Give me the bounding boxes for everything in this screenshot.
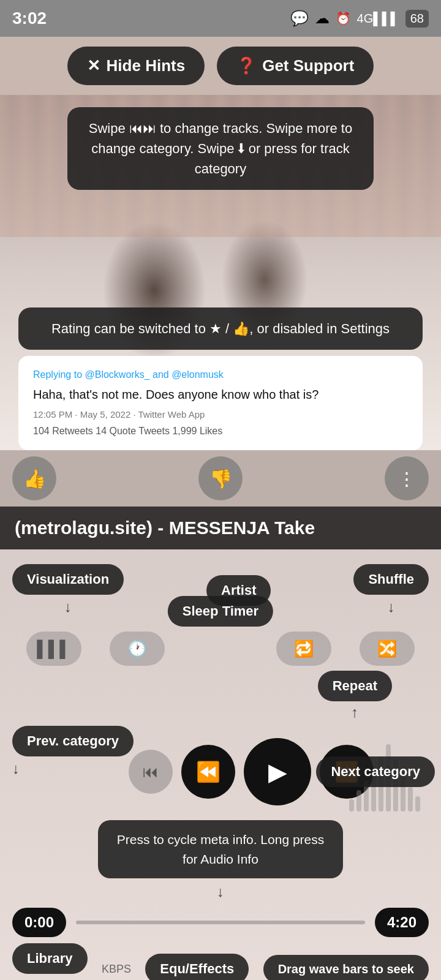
prev-cat-arrow: ↓ <box>12 760 20 777</box>
wave-bar-9 <box>408 787 413 812</box>
spacer <box>193 631 248 666</box>
whatsapp-icon: 💬 <box>290 10 309 27</box>
status-bar: 3:02 💬 ☁ ⏰ 4G▌▌▌ 68 <box>0 0 441 37</box>
tweet-timestamp: 12:05 PM · May 5, 2022 · Twitter Web App <box>33 408 408 421</box>
shuffle-icon: 🔀 <box>377 639 397 658</box>
hide-hints-button[interactable]: ✕ Hide Hints <box>67 47 205 85</box>
equ-hint: Equ/Effects <box>145 954 249 980</box>
next-category-hint: Next category <box>316 756 435 787</box>
visualizer-button[interactable]: ▌▌▌ <box>26 631 81 666</box>
repeat-arrow-up: ↑ <box>351 704 358 721</box>
alarm-icon: ⏰ <box>336 11 351 26</box>
progress-bar[interactable] <box>76 921 365 924</box>
cloud-icon: ☁ <box>315 10 330 27</box>
wave-bar-1 <box>349 799 354 812</box>
prev-icon: ⏪ <box>196 760 221 783</box>
visualization-hint-group: Visualization ↓ <box>12 564 124 617</box>
library-arrow-down: ↓ <box>46 976 53 980</box>
close-icon: ✕ <box>87 56 100 75</box>
more-options-button[interactable]: ⋮ <box>385 456 429 500</box>
rating-hint-bubble: Rating can be switched to ★ / 👍, or disa… <box>18 307 423 350</box>
viz-arrow-down: ↓ <box>64 598 72 616</box>
song-title-bar: (metrolagu.site) - MESSENJA Take <box>0 507 441 549</box>
repeat-hint-row: Repeat ↑ <box>0 671 441 726</box>
current-time: 0:00 <box>12 908 66 937</box>
repeat-button[interactable]: 🔁 <box>276 631 331 666</box>
get-support-button[interactable]: ❓ Get Support <box>217 47 374 85</box>
drag-hint: Drag wave bars to seek <box>263 955 429 981</box>
controls-area: Visualization ↓ Artist Shuffle ↓ Sleep T… <box>0 549 441 980</box>
tweet-text: Haha, that's not me. Does anyone know wh… <box>33 386 408 403</box>
repeat-icon: 🔁 <box>294 639 314 658</box>
library-hint: Library <box>12 943 88 974</box>
prev-category-group: Prev. category ↓ <box>12 726 134 778</box>
status-icons: 💬 ☁ ⏰ 4G▌▌▌ 68 <box>290 10 429 28</box>
like-button[interactable]: 👍 <box>12 456 56 500</box>
album-art-area: Swipe ⏮⏭ to change tracks. Swipe more to… <box>0 95 441 450</box>
swipe-hint-bubble: Swipe ⏮⏭ to change tracks. Swipe more to… <box>67 107 374 190</box>
skip-start-icon: ⏮ <box>143 763 159 782</box>
tweet-card-wrapper: Rating can be switched to ★ / 👍, or disa… <box>0 307 441 450</box>
tweet-stats: 104 Retweets 14 Quote Tweets 1,999 Likes <box>33 424 408 438</box>
top-buttons-row: ✕ Hide Hints ❓ Get Support <box>0 37 441 95</box>
thumbs-down-icon: 👎 <box>209 468 232 489</box>
repeat-hint: Repeat <box>318 671 392 701</box>
song-title: (metrolagu.site) - MESSENJA Take <box>15 518 315 538</box>
meta-hint-group: Press to cycle meta info. Long press for… <box>0 820 441 902</box>
previous-button[interactable]: ⏪ <box>181 745 235 799</box>
signal-icon: 4G▌▌▌ <box>357 12 399 26</box>
next-category-group: Next category <box>316 756 435 787</box>
play-icon: ▶ <box>268 758 287 786</box>
thumbs-up-icon: 👍 <box>23 468 46 489</box>
shuffle-hint-group: Shuffle ↓ <box>353 564 429 617</box>
library-equ-row: Library ↓ KBPS Equ/Effects Drag wave bar… <box>0 941 441 980</box>
dislike-button[interactable]: 👎 <box>198 456 243 500</box>
play-button[interactable]: ▶ <box>244 738 311 805</box>
progress-row: 0:00 4:20 <box>0 904 441 941</box>
repeat-hint-group: Repeat ↑ <box>318 671 392 722</box>
meta-arrow-down: ↓ <box>217 883 224 900</box>
wave-bar-2 <box>356 790 361 812</box>
shuffle-button[interactable]: 🔀 <box>360 631 415 666</box>
sleep-timer-hint: Sleep Timer <box>168 596 273 627</box>
tweet-card: Replying to @Blockworks_ and @elonmusk H… <box>18 356 423 450</box>
wave-bar-10 <box>415 796 420 812</box>
meta-info-hint: Press to cycle meta info. Long press for… <box>98 820 343 878</box>
sleep-timer-button[interactable]: 🕐 <box>110 631 165 666</box>
help-icon: ❓ <box>236 56 256 75</box>
battery-badge: 68 <box>405 10 429 28</box>
total-time: 4:20 <box>375 908 429 937</box>
playback-row: Prev. category ↓ ⏮ ⏪ ▶ ⏩ Next category <box>0 726 441 818</box>
shuffle-arrow-down: ↓ <box>388 598 395 616</box>
action-row: 👍 👎 ⋮ <box>0 450 441 507</box>
more-icon: ⋮ <box>398 468 416 489</box>
kbps-label: KBPS <box>102 963 131 976</box>
tweet-reply-to: Replying to @Blockworks_ and @elonmusk <box>33 368 408 382</box>
icon-btn-row: Sleep Timer ▌▌▌ 🕐 🔁 🔀 <box>0 627 441 671</box>
clock-icon: 🕐 <box>127 639 147 658</box>
skip-to-start-button[interactable]: ⏮ <box>129 750 173 794</box>
prev-category-hint: Prev. category <box>12 726 134 756</box>
visualization-hint: Visualization <box>12 564 124 595</box>
bars-icon: ▌▌▌ <box>37 639 70 658</box>
shuffle-hint: Shuffle <box>353 564 429 595</box>
status-time: 3:02 <box>12 9 47 28</box>
library-hint-group: Library ↓ <box>12 943 88 980</box>
